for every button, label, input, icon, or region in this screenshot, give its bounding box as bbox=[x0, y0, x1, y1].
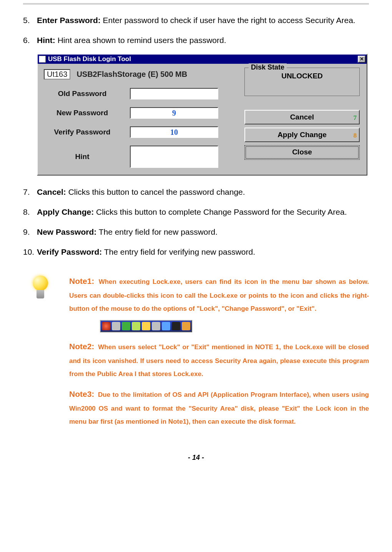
note-heading: Note2: bbox=[69, 342, 94, 351]
verify-password-input[interactable]: 10 bbox=[130, 126, 218, 138]
note-paragraph: Note2: When users select "Lock" or "Exit… bbox=[69, 338, 369, 381]
item-text: Enter password to check if user have the… bbox=[101, 16, 355, 25]
note-body: When users select "Lock" or "Exit" menti… bbox=[69, 343, 369, 378]
system-tray-image bbox=[100, 320, 192, 332]
apply-change-button[interactable]: Apply Change 8 bbox=[244, 128, 360, 142]
tray-app-icon bbox=[172, 322, 180, 330]
item-title: Cancel: bbox=[37, 187, 66, 196]
list-item: Cancel: Clicks this button to cancel the… bbox=[23, 184, 369, 200]
note-heading: Note3: bbox=[69, 390, 94, 398]
verify-password-label: Verify Password bbox=[44, 128, 121, 136]
new-password-input[interactable]: 9 bbox=[130, 107, 218, 119]
item-title: Enter Password: bbox=[37, 16, 101, 25]
device-desc: USB2FlashStorage (E) 500 MB bbox=[76, 70, 187, 79]
device-chip: Ut163 bbox=[44, 69, 70, 80]
note-paragraph: Note1: When executing Lock.exe, users ca… bbox=[69, 273, 369, 315]
ref-number: 8 bbox=[354, 129, 357, 142]
cancel-button[interactable]: Cancel 7 bbox=[244, 110, 360, 124]
app-icon bbox=[39, 56, 46, 63]
ref-number: 9 bbox=[172, 109, 176, 117]
disk-state-value: UNLOCKED bbox=[245, 72, 359, 80]
new-password-label: New Password bbox=[44, 109, 121, 117]
list-item: Enter Password: Enter password to check … bbox=[23, 12, 369, 28]
note-body: Due to the limitation of OS and API (App… bbox=[69, 391, 369, 425]
tray-app-icon bbox=[112, 322, 120, 330]
hint-label: Hint bbox=[44, 153, 121, 161]
item-text: The entry field for new password. bbox=[96, 227, 218, 236]
button-label: Close bbox=[292, 148, 312, 156]
hint-input[interactable] bbox=[130, 146, 218, 168]
tray-app-icon bbox=[152, 322, 160, 330]
item-title: Hint: bbox=[37, 36, 55, 45]
tray-app-icon bbox=[142, 322, 150, 330]
note-body: When executing Lock.exe, users can find … bbox=[69, 278, 369, 312]
tray-app-icon bbox=[182, 322, 190, 330]
dialog-titlebar: USB Flash Disk Login Tool ✕ bbox=[38, 55, 367, 64]
item-text: Hint area shown to remind users the pass… bbox=[55, 36, 226, 45]
page-number: - 14 - bbox=[23, 454, 369, 462]
ref-number: 7 bbox=[354, 111, 357, 124]
tray-app-icon bbox=[102, 322, 110, 330]
tray-app-icon bbox=[162, 322, 170, 330]
button-label: Apply Change bbox=[277, 131, 327, 139]
note-heading: Note1: bbox=[69, 277, 94, 285]
old-password-label: Old Password bbox=[44, 90, 121, 98]
list-item: Apply Change: Clicks this button to comp… bbox=[23, 204, 369, 220]
note-paragraph: Note3: Due to the limitation of OS and A… bbox=[69, 386, 369, 428]
item-title: Apply Change: bbox=[37, 207, 94, 216]
list-item: New Password: The entry field for new pa… bbox=[23, 224, 369, 240]
item-text: The entry field for verifying new passwo… bbox=[102, 247, 255, 256]
item-title: Verify Password: bbox=[37, 247, 102, 256]
login-tool-dialog: USB Flash Disk Login Tool ✕ Ut163 USB2Fl… bbox=[37, 54, 367, 176]
dialog-title: USB Flash Disk Login Tool bbox=[48, 55, 131, 63]
top-divider bbox=[23, 3, 369, 5]
item-title: New Password: bbox=[37, 227, 96, 236]
old-password-input[interactable] bbox=[130, 88, 218, 99]
close-icon[interactable]: ✕ bbox=[358, 56, 365, 63]
tray-app-icon bbox=[132, 322, 140, 330]
ref-number: 10 bbox=[170, 128, 178, 136]
button-label: Cancel bbox=[290, 113, 314, 121]
lightbulb-icon bbox=[30, 275, 51, 304]
disk-state-legend: Disk State bbox=[249, 63, 287, 71]
close-button[interactable]: Close bbox=[244, 145, 360, 160]
disk-state-group: Disk State UNLOCKED bbox=[244, 68, 360, 96]
tray-app-icon bbox=[122, 322, 130, 330]
item-text: Clicks this button to complete Change Pa… bbox=[94, 207, 347, 216]
list-item: Verify Password: The entry field for ver… bbox=[23, 244, 369, 260]
item-text: Clicks this button to cancel the passwor… bbox=[66, 187, 245, 196]
list-item: Hint: Hint area shown to remind users th… bbox=[23, 32, 369, 48]
